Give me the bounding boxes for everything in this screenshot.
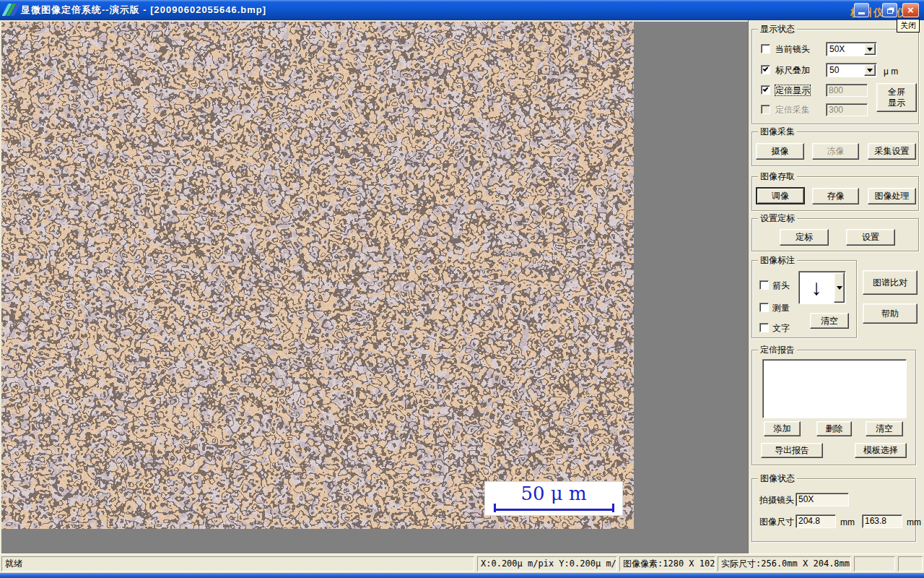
group-calibration-title: 设置定标 — [758, 213, 797, 223]
triangle-down-icon — [867, 69, 873, 75]
close-button[interactable]: × — [902, 3, 919, 17]
calibrate-button[interactable]: 定标 — [780, 229, 829, 246]
label-arrow: 箭头 — [772, 280, 790, 290]
fullscreen-display-button[interactable]: 全屏 显示 — [876, 83, 917, 112]
arrow-style-dropdown[interactable]: ↓ — [798, 271, 846, 304]
window-title: 显微图像定倍系统--演示版 - [20090602055646.bmp] — [21, 4, 266, 17]
report-delete-button[interactable]: 删除 — [816, 421, 852, 436]
image-process-button[interactable]: 图像处理 — [868, 188, 916, 204]
label-fixed-display: 定倍显示 — [775, 85, 810, 95]
minimize-icon — [858, 12, 865, 14]
checkbox-measure[interactable] — [759, 303, 769, 312]
image-width-unit: mm — [840, 517, 855, 527]
group-image-storage: 图像存取 调像 存像 图像处理 — [751, 176, 919, 211]
status-ready: 就绪 — [1, 556, 474, 571]
control-panel: 显示状态 当前镜头 50X 标尺叠加 50 μ m 定倍显示 800 定倍采集 … — [748, 20, 924, 553]
fixed-display-input: 800 — [826, 84, 868, 97]
fullscreen-button-line2: 显示 — [888, 98, 905, 108]
label-current-lens: 当前镜头 — [775, 44, 810, 54]
capture-settings-button[interactable]: 采集设置 — [868, 143, 916, 160]
checkbox-arrow[interactable] — [759, 280, 769, 290]
group-image-capture: 图像采集 摄像 冻像 采集设置 — [751, 131, 919, 166]
ruler-unit-label: μ m — [884, 66, 898, 77]
current-lens-value: 50X — [829, 44, 845, 54]
status-resolution: X:0.200μ m/pix Y:0.200μ m/pix — [477, 556, 617, 571]
fixed-capture-input: 300 — [826, 103, 868, 116]
image-height-unit: mm — [907, 517, 921, 527]
restore-button[interactable] — [882, 3, 897, 17]
dropdown-arrow-icon[interactable] — [864, 43, 876, 55]
dropdown-arrow-icon[interactable] — [834, 272, 845, 303]
ruler-size-dropdown[interactable]: 50 — [826, 63, 877, 77]
report-clear-button[interactable]: 清空 — [866, 421, 903, 436]
scale-bar-overlay: 50 μ m — [485, 482, 622, 515]
triangle-down-icon — [867, 48, 873, 54]
group-annotation-title: 图像标注 — [758, 255, 797, 265]
group-image-status: 图像状态 拍摄镜头 50X 图像尺寸 204.8 mm 163.8 mm — [751, 478, 916, 542]
export-report-button[interactable]: 导出报告 — [761, 443, 823, 458]
label-ruler-overlay: 标尺叠加 — [775, 65, 810, 75]
label-fixed-capture: 定倍采集 — [775, 105, 810, 115]
label-shoot-lens: 拍摄镜头 — [759, 495, 794, 505]
status-actual-size: 实际尺寸:256.0mm X 204.8mm — [718, 556, 851, 571]
calibration-settings-button[interactable]: 设置 — [846, 229, 895, 246]
ruler-size-value: 50 — [829, 65, 839, 75]
micrograph-viewer[interactable]: 50 μ m — [1, 22, 634, 529]
window-bottom-border — [0, 573, 924, 578]
status-empty-panel-2 — [898, 556, 923, 571]
check-icon — [763, 66, 769, 72]
group-report: 定倍报告 添加 删除 清空 导出报告 模板选择 — [751, 350, 916, 465]
report-listbox[interactable] — [762, 359, 907, 418]
group-display-status-title: 显示状态 — [758, 24, 797, 34]
label-image-size: 图像尺寸 — [759, 517, 794, 527]
restore-icon — [887, 9, 893, 14]
label-text: 文字 — [772, 323, 790, 333]
group-image-storage-title: 图像存取 — [758, 171, 797, 181]
atlas-compare-button[interactable]: 图谱比对 — [863, 270, 918, 295]
dropdown-arrow-icon[interactable] — [864, 64, 876, 76]
checkbox-fixed-capture — [761, 105, 770, 114]
arrow-annotation-icon: ↓ — [799, 272, 834, 303]
fullscreen-button-line1: 全屏 — [888, 87, 905, 98]
image-width-field: 204.8 — [796, 514, 836, 528]
workspace-background: 50 μ m — [0, 20, 748, 553]
group-annotation: 图像标注 箭头 测量 文字 ↓ 清空 — [751, 260, 857, 338]
load-image-button[interactable]: 调像 — [756, 187, 805, 204]
group-image-capture-title: 图像采集 — [758, 126, 797, 137]
report-add-button[interactable]: 添加 — [764, 421, 801, 436]
status-image-pixels: 图像像素:1280 X 1024 — [619, 556, 715, 571]
current-lens-dropdown[interactable]: 50X — [826, 42, 877, 56]
freeze-button: 冻像 — [812, 143, 859, 160]
help-button[interactable]: 帮助 — [863, 303, 918, 324]
minimize-button[interactable] — [854, 3, 869, 17]
application-window: 显微图像定倍系统--演示版 - [20090602055646.bmp] 杭州仪… — [0, 0, 924, 578]
checkbox-text[interactable] — [759, 323, 769, 332]
status-bar: 就绪 X:0.200μ m/pix Y:0.200μ m/pix 图像像素:12… — [0, 553, 924, 573]
scale-bar-label: 50 μ m — [485, 483, 622, 504]
checkbox-ruler-overlay[interactable] — [761, 65, 770, 74]
template-select-button[interactable]: 模板选择 — [855, 443, 907, 458]
micrograph-image — [1, 22, 634, 529]
close-tooltip: 关闭 — [897, 19, 920, 33]
triangle-down-icon — [837, 286, 842, 293]
group-image-status-title: 图像状态 — [758, 473, 797, 483]
group-calibration: 设置定标 定标 设置 — [751, 218, 919, 251]
scale-bar-line — [494, 504, 614, 512]
label-measure: 测量 — [772, 303, 790, 313]
app-icon — [4, 4, 17, 17]
checkbox-current-lens[interactable] — [761, 44, 770, 53]
group-report-title: 定倍报告 — [758, 345, 797, 355]
title-bar[interactable]: 显微图像定倍系统--演示版 - [20090602055646.bmp] 杭州仪… — [0, 0, 924, 20]
group-display-status: 显示状态 当前镜头 50X 标尺叠加 50 μ m 定倍显示 800 定倍采集 … — [751, 29, 919, 124]
annotation-clear-button[interactable]: 清空 — [810, 313, 849, 329]
shoot-button[interactable]: 摄像 — [756, 143, 804, 160]
save-image-button[interactable]: 存像 — [812, 188, 859, 204]
image-height-field: 163.8 — [862, 514, 902, 528]
shoot-lens-field: 50X — [796, 493, 849, 506]
close-icon: × — [907, 4, 914, 17]
status-empty-panel-1 — [854, 556, 895, 571]
checkbox-fixed-display[interactable] — [761, 85, 770, 95]
check-icon — [763, 86, 769, 92]
